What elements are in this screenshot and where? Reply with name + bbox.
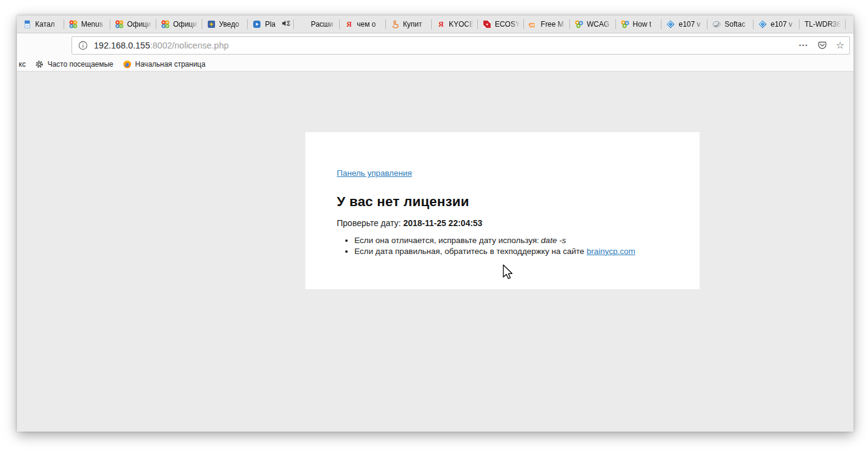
date-command: date -s bbox=[541, 236, 566, 245]
tab-wcag[interactable]: WCAG bbox=[570, 16, 616, 33]
firefox-icon bbox=[123, 60, 131, 68]
bookmarks-toolbar: кс Часто посещаемые Начальная страница bbox=[17, 58, 853, 72]
check-date-line: Проверьте дату: 2018-11-25 22:04:53 bbox=[337, 218, 675, 228]
tab-oficial-1[interactable]: Офици bbox=[110, 16, 156, 33]
e107-icon bbox=[758, 20, 767, 28]
tab-how-to[interactable]: How t bbox=[616, 16, 662, 33]
extensions-icon bbox=[299, 20, 307, 28]
bookmark-fragment[interactable]: кс bbox=[19, 60, 25, 68]
tab-label: e107 v bbox=[770, 20, 796, 28]
tab-yandex-chem[interactable]: Я чем о bbox=[340, 16, 386, 33]
tab-label: Menus bbox=[81, 20, 107, 28]
tab-notifications[interactable]: Уведо bbox=[202, 16, 248, 33]
color-circles-icon bbox=[621, 20, 629, 28]
e107-icon bbox=[666, 20, 675, 28]
pocket-icon[interactable] bbox=[817, 41, 827, 50]
yandex-icon: Я bbox=[437, 20, 445, 28]
tab-label: Softac bbox=[724, 20, 750, 28]
joomag-icon: JM bbox=[529, 20, 537, 28]
softaculous-icon bbox=[712, 20, 721, 28]
tab-label: Офици bbox=[127, 20, 153, 28]
page-actions-icon[interactable]: ••• bbox=[799, 42, 808, 48]
joomla-icon bbox=[69, 20, 78, 28]
tab-softaculous[interactable]: Softac bbox=[707, 16, 754, 33]
navigation-toolbar: 192.168.0.155:8002/nolicense.php ••• ☆ bbox=[17, 33, 853, 58]
hand-icon bbox=[391, 20, 399, 28]
browser-window: Катал Menus Офици Офици Уведо bbox=[17, 15, 853, 432]
tab-ecosys[interactable]: ECOSY bbox=[478, 16, 524, 33]
list-item-support: Если дата правильная, обратитесь в техпо… bbox=[354, 246, 675, 257]
instructions-list: Если она отличается, исправьте дату испо… bbox=[337, 235, 675, 256]
notification-icon bbox=[207, 20, 216, 28]
info-icon[interactable] bbox=[78, 41, 88, 50]
control-panel-link[interactable]: Панель управления bbox=[337, 169, 412, 178]
no-license-heading: У вас нет лицензии bbox=[337, 194, 675, 210]
page-content: Панель управления У вас нет лицензии Про… bbox=[17, 72, 853, 432]
tab-label: e107 v bbox=[678, 20, 704, 28]
tab-catalog[interactable]: Катал bbox=[18, 16, 64, 33]
url-text[interactable]: 192.168.0.155:8002/nolicense.php bbox=[94, 41, 229, 50]
tab-label: чем о bbox=[357, 20, 382, 28]
mouse-cursor bbox=[502, 264, 515, 284]
bookmark-label: Часто посещаемые bbox=[47, 60, 113, 68]
url-path: :8002/nolicense.php bbox=[150, 41, 229, 50]
color-circles-icon bbox=[575, 20, 583, 28]
tab-bar: Катал Menus Офици Офици Уведо bbox=[17, 15, 853, 33]
check-date-label: Проверьте дату: bbox=[337, 218, 401, 228]
tab-label: ECOSY bbox=[495, 20, 520, 28]
tab-label: Уведо bbox=[219, 20, 245, 28]
yandex-icon: Я bbox=[345, 20, 353, 28]
tab-oficial-2[interactable]: Офици bbox=[156, 16, 202, 33]
joomla-icon bbox=[115, 20, 124, 28]
list-item-fix-date: Если она отличается, исправьте дату испо… bbox=[354, 235, 675, 246]
tab-label: Катал bbox=[35, 20, 61, 28]
tab-label: Free M bbox=[541, 20, 566, 28]
bookmark-label: Начальная страница bbox=[135, 60, 205, 68]
play-icon bbox=[253, 20, 261, 28]
tab-player[interactable]: Pla bbox=[248, 16, 294, 33]
tab-label: How t bbox=[633, 20, 658, 28]
url-bar[interactable]: 192.168.0.155:8002/nolicense.php ••• ☆ bbox=[71, 36, 850, 55]
date-value: 2018-11-25 22:04:53 bbox=[403, 218, 483, 228]
tab-kyocera[interactable]: Я KYOCE bbox=[432, 16, 478, 33]
tab-kupit[interactable]: Купит bbox=[386, 16, 432, 33]
joomla-icon bbox=[161, 20, 170, 28]
tab-e107-2[interactable]: e107 v bbox=[754, 16, 800, 33]
tab-label: TL-WDR36 bbox=[804, 20, 842, 28]
url-host: 192.168.0.155 bbox=[94, 41, 150, 50]
bookmark-star-icon[interactable]: ☆ bbox=[836, 41, 844, 50]
bookmark-home-page[interactable]: Начальная страница bbox=[123, 60, 205, 68]
tab-label: Расши bbox=[311, 20, 336, 28]
gear-icon bbox=[35, 60, 44, 68]
brainycp-link[interactable]: brainycp.com bbox=[586, 247, 635, 256]
audio-speaker-icon[interactable] bbox=[282, 19, 290, 29]
tab-label: KYOCE bbox=[449, 20, 474, 28]
tab-label: WCAG bbox=[587, 20, 612, 28]
tab-extensions[interactable]: Расши bbox=[294, 16, 340, 33]
tab-free-magazines[interactable]: JM Free M bbox=[524, 16, 570, 33]
tab-label: Офици bbox=[173, 20, 199, 28]
bookmark-frequently-visited[interactable]: Часто посещаемые bbox=[35, 60, 113, 68]
tab-tl-wdr3600[interactable]: TL-WDR36 bbox=[800, 16, 846, 33]
tab-label: Купит bbox=[403, 20, 428, 28]
catalog-icon bbox=[23, 20, 31, 28]
tab-label: Pla bbox=[265, 20, 280, 28]
kyocera-icon bbox=[483, 20, 491, 28]
tab-e107-1[interactable]: e107 v bbox=[661, 16, 707, 33]
tab-menus[interactable]: Menus bbox=[64, 16, 110, 33]
